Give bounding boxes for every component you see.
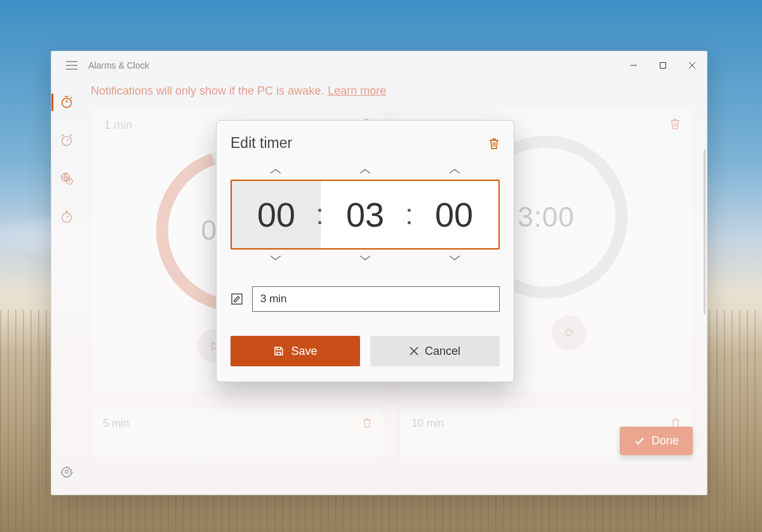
notification-banner: Notifications will only show if the PC i… [91,84,693,98]
edit-name-icon [231,293,243,305]
gear-icon [60,465,73,478]
seconds-down-button[interactable] [417,249,493,266]
timer-card[interactable]: 5 min [91,408,384,458]
time-picker: 00 : 03 : 00 [231,180,500,249]
save-button[interactable]: Save [231,336,360,366]
timer-label: 1 min [104,119,132,132]
timer-reset-button[interactable] [552,316,586,350]
sidebar-item-alarm[interactable] [54,129,79,152]
reset-icon [563,327,575,338]
sidebar-item-timer[interactable] [54,91,79,114]
chevron-up-icon [327,163,403,180]
chevron-down-icon [417,249,493,266]
notification-learn-more-link[interactable]: Learn more [328,84,386,98]
dialog-delete-button[interactable] [488,137,500,150]
hours-up-button[interactable] [237,163,314,180]
close-icon [410,347,418,356]
minutes-down-button[interactable] [327,249,403,266]
delete-timer-button[interactable] [362,417,372,429]
minutes-field[interactable]: 03 [321,181,410,248]
sidebar-item-world-clock[interactable] [54,167,79,190]
svg-rect-4 [660,63,666,69]
chevron-down-icon [327,249,403,266]
globe-clock-icon [60,171,74,185]
svg-line-12 [67,139,69,141]
save-label: Save [291,345,317,358]
done-label: Done [652,434,679,448]
svg-rect-28 [232,294,242,304]
hours-field[interactable]: 00 [232,181,321,248]
chevron-up-icon [417,163,493,180]
check-icon [634,436,645,447]
window-minimize-button[interactable] [619,53,648,78]
hours-down-button[interactable] [237,249,314,266]
dialog-title: Edit timer [231,135,292,152]
svg-line-20 [67,216,69,218]
trash-icon [488,137,500,150]
seconds-up-button[interactable] [417,163,493,180]
cancel-button[interactable]: Cancel [370,336,500,366]
app-title: Alarms & Clock [88,60,619,70]
stopwatch-icon [60,209,74,223]
edit-timer-dialog: Edit timer 00 : 03 : 00 [216,120,514,382]
menu-button[interactable] [59,53,84,78]
scrollbar[interactable] [704,149,705,314]
delete-timer-button[interactable] [669,117,681,130]
trash-icon [362,417,372,429]
svg-line-13 [62,135,64,136]
chevron-up-icon [237,163,314,180]
sidebar [51,79,82,495]
window-close-button[interactable] [678,53,707,78]
seconds-field[interactable]: 00 [410,181,498,248]
timer-label: 10 min [411,417,444,430]
notification-text: Notifications will only show if the PC i… [91,84,324,98]
timer-label: 5 min [103,417,130,430]
sidebar-item-stopwatch[interactable] [54,205,79,228]
alarm-icon [60,133,74,147]
save-icon [273,345,284,357]
minutes-up-button[interactable] [327,163,403,180]
window-maximize-button[interactable] [648,53,678,78]
titlebar: Alarms & Clock [51,51,707,79]
cancel-label: Cancel [425,345,460,358]
timer-icon [60,95,74,109]
svg-point-23 [65,470,69,474]
done-button[interactable]: Done [620,427,693,455]
sidebar-item-settings[interactable] [54,460,79,483]
svg-line-10 [70,97,72,98]
timer-name-input[interactable] [252,286,500,312]
svg-line-18 [70,182,71,182]
svg-line-14 [70,135,72,136]
chevron-down-icon [237,249,314,266]
trash-icon [669,117,681,130]
